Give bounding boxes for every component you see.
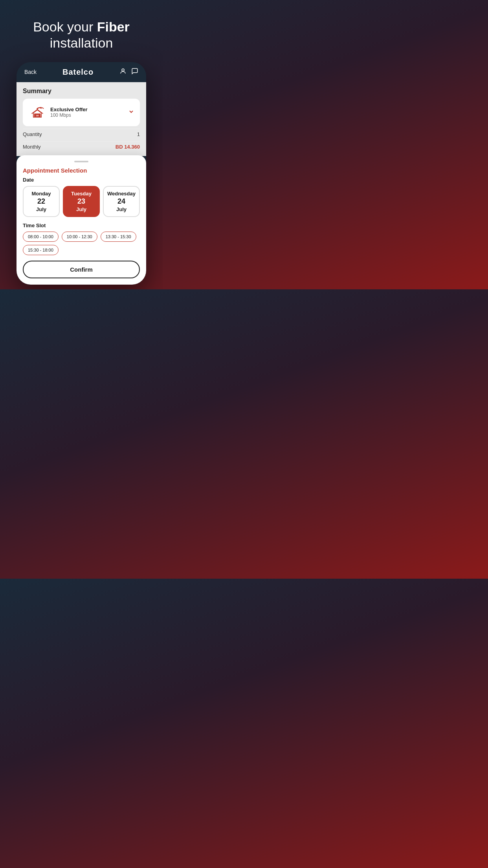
summary-section: Summary [17,82,146,156]
appointment-sheet: Appointment Selection Date Monday 22 Jul… [17,155,146,285]
user-icon[interactable] [119,68,127,77]
time-slots-grid: 08:00 - 10:00 10:00 - 12:30 13:30 - 15:3… [23,232,140,255]
monthly-label: Monthly [23,144,41,150]
time-slot-2[interactable]: 13:30 - 15:30 [101,232,136,242]
summary-title: Summary [23,88,140,95]
router-icon: 100 [28,103,46,121]
confirm-button[interactable]: Confirm [23,261,140,278]
monday-day-name: Monday [26,191,57,197]
quantity-value: 1 [137,131,140,137]
hero-line2: installation [50,35,113,50]
time-slot-3[interactable]: 15:30 - 18:00 [23,245,59,255]
offer-card: 100 Exclusive Offer 100 Mbps [23,99,140,126]
phone-mockup: Back Batelco Summary [17,62,146,285]
date-card-monday[interactable]: Monday 22 July [23,186,60,217]
time-slot-0[interactable]: 08:00 - 10:00 [23,232,59,242]
tuesday-day-num: 23 [66,197,97,206]
offer-name: Exclusive Offer [50,107,88,112]
nav-bar: Back Batelco [17,62,146,82]
chevron-down-icon[interactable] [128,108,134,116]
back-button[interactable]: Back [24,69,37,75]
svg-point-0 [122,69,124,71]
date-label: Date [23,177,140,183]
date-cards-row: Monday 22 July Tuesday 23 July Wednesday… [23,186,140,217]
wednesday-month: July [106,206,137,212]
sheet-handle [74,161,88,162]
nav-icons [119,68,138,77]
quantity-row: Quantity 1 [23,129,140,140]
time-slot-label: Time Slot [23,223,140,228]
date-card-tuesday[interactable]: Tuesday 23 July [63,186,100,217]
chat-icon[interactable] [131,68,138,77]
monthly-row: Monthly BD 14.360 [23,141,140,152]
tuesday-month: July [66,206,97,212]
monday-month: July [26,206,57,212]
hero-line1: Book your Fiber [33,19,130,34]
monthly-value: BD 14.360 [116,144,140,150]
wednesday-day-name: Wednesday [106,191,137,197]
hero-title: Book your Fiber installation [25,19,138,51]
offer-speed: 100 Mbps [50,112,88,118]
app-title: Batelco [62,68,94,77]
monday-day-num: 22 [26,197,57,206]
tuesday-day-name: Tuesday [66,191,97,197]
quantity-label: Quantity [23,131,42,137]
appointment-title: Appointment Selection [23,167,140,174]
wednesday-day-num: 24 [106,197,137,206]
svg-text:100: 100 [36,115,39,117]
time-slot-1[interactable]: 10:00 - 12:30 [62,232,97,242]
date-card-wednesday[interactable]: Wednesday 24 July [103,186,140,217]
hero-bold: Fiber [97,19,130,34]
